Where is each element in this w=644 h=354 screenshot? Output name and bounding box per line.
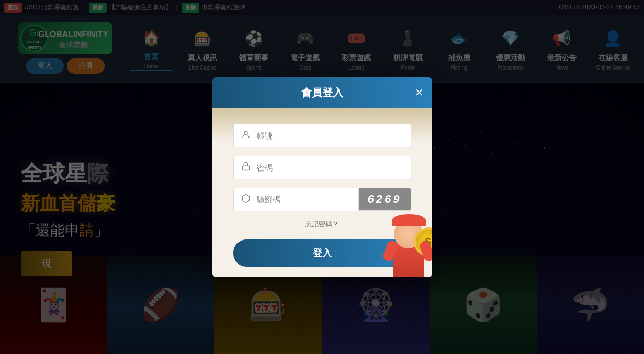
password-field: [233, 156, 411, 179]
password-input[interactable]: [257, 163, 403, 172]
lock-icon: [241, 162, 252, 174]
modal-header: 會員登入 ✕: [212, 77, 432, 108]
modal-close-button[interactable]: ✕: [415, 87, 424, 98]
username-input[interactable]: [257, 131, 403, 140]
captcha-input[interactable]: [257, 195, 351, 204]
username-field: [233, 124, 411, 147]
captcha-field: [233, 188, 359, 211]
modal-title: 會員登入: [301, 86, 343, 100]
login-modal: 會員登入 ✕: [212, 77, 432, 277]
svg-point-6: [244, 131, 247, 134]
user-icon: [241, 130, 252, 142]
shield-icon: [241, 193, 252, 205]
mascot: $: [369, 199, 432, 277]
svg-rect-7: [242, 166, 250, 170]
modal-overlay[interactable]: 會員登入 ✕: [0, 0, 644, 354]
